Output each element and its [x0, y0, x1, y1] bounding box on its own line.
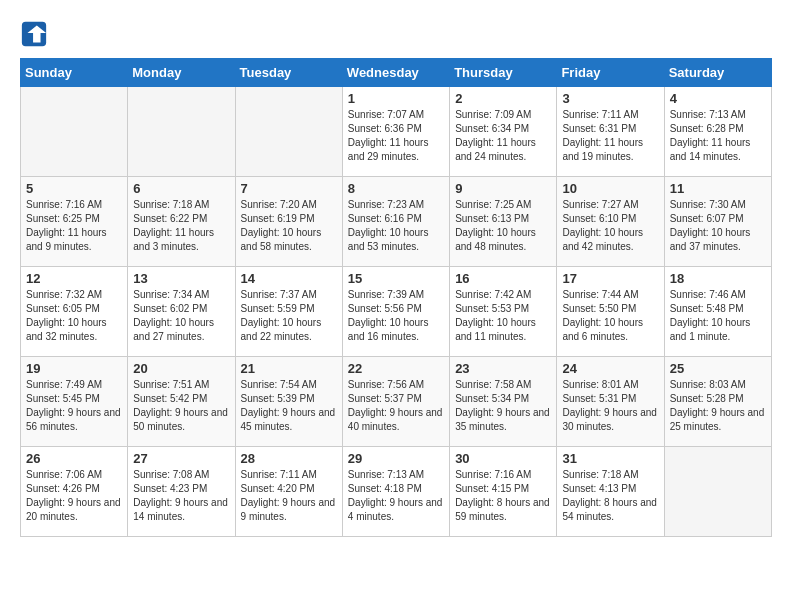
day-cell: 9Sunrise: 7:25 AM Sunset: 6:13 PM Daylig… — [450, 177, 557, 267]
day-number: 3 — [562, 91, 658, 106]
day-cell — [21, 87, 128, 177]
day-cell: 29Sunrise: 7:13 AM Sunset: 4:18 PM Dayli… — [342, 447, 449, 537]
day-info: Sunrise: 7:16 AM Sunset: 6:25 PM Dayligh… — [26, 198, 122, 254]
day-info: Sunrise: 7:23 AM Sunset: 6:16 PM Dayligh… — [348, 198, 444, 254]
day-number: 28 — [241, 451, 337, 466]
day-info: Sunrise: 8:01 AM Sunset: 5:31 PM Dayligh… — [562, 378, 658, 434]
week-row-4: 19Sunrise: 7:49 AM Sunset: 5:45 PM Dayli… — [21, 357, 772, 447]
day-number: 9 — [455, 181, 551, 196]
day-info: Sunrise: 7:34 AM Sunset: 6:02 PM Dayligh… — [133, 288, 229, 344]
day-header-wednesday: Wednesday — [342, 59, 449, 87]
day-cell: 18Sunrise: 7:46 AM Sunset: 5:48 PM Dayli… — [664, 267, 771, 357]
day-cell: 19Sunrise: 7:49 AM Sunset: 5:45 PM Dayli… — [21, 357, 128, 447]
day-header-sunday: Sunday — [21, 59, 128, 87]
day-info: Sunrise: 7:54 AM Sunset: 5:39 PM Dayligh… — [241, 378, 337, 434]
day-number: 11 — [670, 181, 766, 196]
day-cell: 26Sunrise: 7:06 AM Sunset: 4:26 PM Dayli… — [21, 447, 128, 537]
day-cell: 14Sunrise: 7:37 AM Sunset: 5:59 PM Dayli… — [235, 267, 342, 357]
day-number: 17 — [562, 271, 658, 286]
day-number: 18 — [670, 271, 766, 286]
day-header-tuesday: Tuesday — [235, 59, 342, 87]
day-number: 26 — [26, 451, 122, 466]
day-cell: 16Sunrise: 7:42 AM Sunset: 5:53 PM Dayli… — [450, 267, 557, 357]
day-info: Sunrise: 7:44 AM Sunset: 5:50 PM Dayligh… — [562, 288, 658, 344]
day-header-monday: Monday — [128, 59, 235, 87]
week-row-3: 12Sunrise: 7:32 AM Sunset: 6:05 PM Dayli… — [21, 267, 772, 357]
day-cell: 28Sunrise: 7:11 AM Sunset: 4:20 PM Dayli… — [235, 447, 342, 537]
day-info: Sunrise: 7:46 AM Sunset: 5:48 PM Dayligh… — [670, 288, 766, 344]
day-number: 25 — [670, 361, 766, 376]
day-cell — [235, 87, 342, 177]
day-cell: 7Sunrise: 7:20 AM Sunset: 6:19 PM Daylig… — [235, 177, 342, 267]
day-info: Sunrise: 7:09 AM Sunset: 6:34 PM Dayligh… — [455, 108, 551, 164]
day-header-thursday: Thursday — [450, 59, 557, 87]
day-info: Sunrise: 7:25 AM Sunset: 6:13 PM Dayligh… — [455, 198, 551, 254]
day-cell: 3Sunrise: 7:11 AM Sunset: 6:31 PM Daylig… — [557, 87, 664, 177]
day-cell: 15Sunrise: 7:39 AM Sunset: 5:56 PM Dayli… — [342, 267, 449, 357]
day-number: 16 — [455, 271, 551, 286]
day-number: 8 — [348, 181, 444, 196]
day-info: Sunrise: 7:08 AM Sunset: 4:23 PM Dayligh… — [133, 468, 229, 524]
day-cell: 13Sunrise: 7:34 AM Sunset: 6:02 PM Dayli… — [128, 267, 235, 357]
logo-icon — [20, 20, 48, 48]
day-cell: 20Sunrise: 7:51 AM Sunset: 5:42 PM Dayli… — [128, 357, 235, 447]
day-info: Sunrise: 7:39 AM Sunset: 5:56 PM Dayligh… — [348, 288, 444, 344]
logo — [20, 20, 50, 48]
day-info: Sunrise: 7:51 AM Sunset: 5:42 PM Dayligh… — [133, 378, 229, 434]
day-info: Sunrise: 7:27 AM Sunset: 6:10 PM Dayligh… — [562, 198, 658, 254]
day-cell — [664, 447, 771, 537]
day-info: Sunrise: 7:30 AM Sunset: 6:07 PM Dayligh… — [670, 198, 766, 254]
day-cell: 25Sunrise: 8:03 AM Sunset: 5:28 PM Dayli… — [664, 357, 771, 447]
day-cell: 21Sunrise: 7:54 AM Sunset: 5:39 PM Dayli… — [235, 357, 342, 447]
day-number: 29 — [348, 451, 444, 466]
week-row-1: 1Sunrise: 7:07 AM Sunset: 6:36 PM Daylig… — [21, 87, 772, 177]
day-cell: 8Sunrise: 7:23 AM Sunset: 6:16 PM Daylig… — [342, 177, 449, 267]
day-info: Sunrise: 7:11 AM Sunset: 6:31 PM Dayligh… — [562, 108, 658, 164]
day-number: 12 — [26, 271, 122, 286]
day-cell: 5Sunrise: 7:16 AM Sunset: 6:25 PM Daylig… — [21, 177, 128, 267]
day-number: 5 — [26, 181, 122, 196]
day-info: Sunrise: 7:56 AM Sunset: 5:37 PM Dayligh… — [348, 378, 444, 434]
day-cell: 4Sunrise: 7:13 AM Sunset: 6:28 PM Daylig… — [664, 87, 771, 177]
day-number: 6 — [133, 181, 229, 196]
day-info: Sunrise: 7:07 AM Sunset: 6:36 PM Dayligh… — [348, 108, 444, 164]
day-cell: 1Sunrise: 7:07 AM Sunset: 6:36 PM Daylig… — [342, 87, 449, 177]
day-number: 2 — [455, 91, 551, 106]
day-number: 7 — [241, 181, 337, 196]
day-cell: 2Sunrise: 7:09 AM Sunset: 6:34 PM Daylig… — [450, 87, 557, 177]
day-number: 23 — [455, 361, 551, 376]
day-number: 24 — [562, 361, 658, 376]
day-number: 4 — [670, 91, 766, 106]
day-number: 19 — [26, 361, 122, 376]
day-number: 1 — [348, 91, 444, 106]
day-number: 13 — [133, 271, 229, 286]
day-info: Sunrise: 7:06 AM Sunset: 4:26 PM Dayligh… — [26, 468, 122, 524]
day-info: Sunrise: 7:32 AM Sunset: 6:05 PM Dayligh… — [26, 288, 122, 344]
day-number: 22 — [348, 361, 444, 376]
day-info: Sunrise: 7:49 AM Sunset: 5:45 PM Dayligh… — [26, 378, 122, 434]
day-info: Sunrise: 7:58 AM Sunset: 5:34 PM Dayligh… — [455, 378, 551, 434]
day-cell — [128, 87, 235, 177]
day-cell: 6Sunrise: 7:18 AM Sunset: 6:22 PM Daylig… — [128, 177, 235, 267]
day-header-saturday: Saturday — [664, 59, 771, 87]
day-cell: 17Sunrise: 7:44 AM Sunset: 5:50 PM Dayli… — [557, 267, 664, 357]
day-header-friday: Friday — [557, 59, 664, 87]
day-info: Sunrise: 7:37 AM Sunset: 5:59 PM Dayligh… — [241, 288, 337, 344]
day-cell: 10Sunrise: 7:27 AM Sunset: 6:10 PM Dayli… — [557, 177, 664, 267]
day-cell: 24Sunrise: 8:01 AM Sunset: 5:31 PM Dayli… — [557, 357, 664, 447]
day-info: Sunrise: 7:13 AM Sunset: 6:28 PM Dayligh… — [670, 108, 766, 164]
day-info: Sunrise: 7:18 AM Sunset: 6:22 PM Dayligh… — [133, 198, 229, 254]
week-row-2: 5Sunrise: 7:16 AM Sunset: 6:25 PM Daylig… — [21, 177, 772, 267]
day-number: 20 — [133, 361, 229, 376]
day-cell: 30Sunrise: 7:16 AM Sunset: 4:15 PM Dayli… — [450, 447, 557, 537]
day-cell: 31Sunrise: 7:18 AM Sunset: 4:13 PM Dayli… — [557, 447, 664, 537]
day-number: 30 — [455, 451, 551, 466]
day-number: 27 — [133, 451, 229, 466]
day-info: Sunrise: 7:11 AM Sunset: 4:20 PM Dayligh… — [241, 468, 337, 524]
day-number: 10 — [562, 181, 658, 196]
day-info: Sunrise: 8:03 AM Sunset: 5:28 PM Dayligh… — [670, 378, 766, 434]
day-cell: 22Sunrise: 7:56 AM Sunset: 5:37 PM Dayli… — [342, 357, 449, 447]
day-info: Sunrise: 7:16 AM Sunset: 4:15 PM Dayligh… — [455, 468, 551, 524]
day-info: Sunrise: 7:20 AM Sunset: 6:19 PM Dayligh… — [241, 198, 337, 254]
days-header-row: SundayMondayTuesdayWednesdayThursdayFrid… — [21, 59, 772, 87]
